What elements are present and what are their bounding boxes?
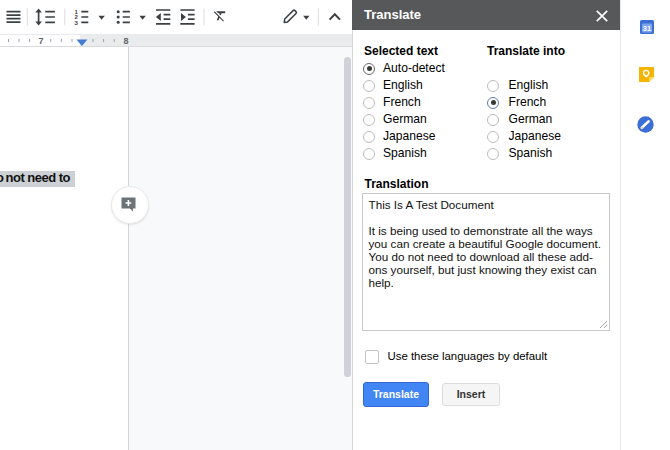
- svg-text:8: 8: [123, 36, 128, 46]
- svg-text:7: 7: [38, 36, 43, 46]
- svg-text:3: 3: [75, 20, 79, 26]
- svg-text:31: 31: [642, 24, 650, 33]
